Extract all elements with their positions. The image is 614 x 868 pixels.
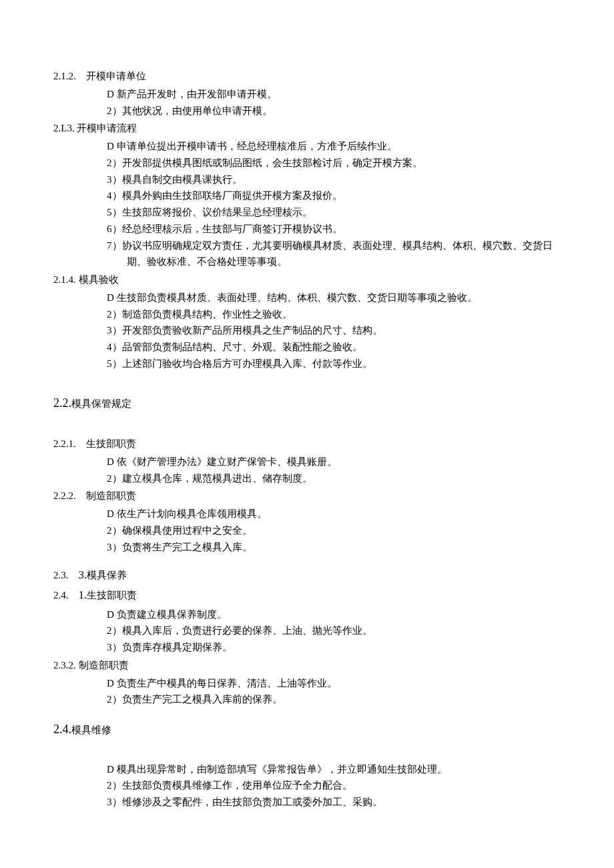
heading-label: 模具保养 xyxy=(87,570,127,580)
heading-number: 3. xyxy=(79,568,87,581)
heading-number: 1. xyxy=(79,588,87,601)
heading-213: 2.L3. 开模申请流程 xyxy=(53,120,561,137)
heading-214: 2.1.4. 模具验收 xyxy=(53,272,561,288)
heading-24: 2.4.模具维修 xyxy=(53,720,561,740)
body-text: D 模具出现异常时，由制造部填写《异常报告单》，并立即通知生技部处理。 xyxy=(53,761,561,778)
body-text: 2）开发部提供模具图纸或制品图纸，会生技部检讨后，确定开模方案。 xyxy=(53,155,561,171)
heading-241: 2.4. 1.生技部职责 xyxy=(53,586,561,604)
heading-label: 生技部职责 xyxy=(87,590,137,600)
heading-232: 2.3.2. 制造部职责 xyxy=(53,657,561,674)
body-text: 4）模具外购由生技部联络厂商提供开模方案及报价。 xyxy=(53,187,561,204)
body-text: 5）上述部门验收均合格后方可办理模具入库、付款等作业。 xyxy=(53,356,561,372)
body-text: 3）维修涉及之零配件，由生技部负责加工或委外加工、采购。 xyxy=(53,794,561,811)
body-text: 3）模具自制交由模具课执行。 xyxy=(53,171,561,188)
body-text: D 负责生产中模具的每日保养、清洁、上油等作业。 xyxy=(53,675,561,692)
body-text: 3）开发部负责验收新产品所用模具之生产制品的尺寸、结构。 xyxy=(53,322,561,339)
heading-222: 2.2.2. 制造部职责 xyxy=(53,488,561,504)
body-text: 2）模具入库后，负责进行必要的保养、上油、抛光等作业。 xyxy=(53,622,561,639)
body-text: 2）建立模具仓库，规范模具进出、储存制度。 xyxy=(53,470,561,487)
heading-221: 2.2.1. 生技部职责 xyxy=(53,436,561,452)
body-text: D 依生产计划向模具仓库领用模具。 xyxy=(53,506,561,522)
heading-number: 2.4. xyxy=(53,723,71,736)
body-text: 7）协议书应明确规定双方责任，尤其要明确模具材质、表面处理、模具结构、体积、模穴… xyxy=(53,238,561,271)
heading-number: 2.2. xyxy=(53,396,71,410)
body-text: D 依《财产管理办法》建立财产保管卡、模具账册。 xyxy=(53,454,561,470)
body-text: D 申请单位提出开模申请书，经总经理核准后，方准予后续作业。 xyxy=(53,138,561,155)
body-text: 6）经总经理核示后，生技部与厂商签订开模协议书。 xyxy=(53,221,561,238)
heading-22: 2.2.模具保管规定 xyxy=(53,394,561,414)
body-text: D 生技部负责模具材质、表面处理、结构、体积、模穴数、交货日期等事项之验收。 xyxy=(53,290,561,306)
body-text: 2）生技部负责模具维修工作，使用单位应予全力配合。 xyxy=(53,777,561,794)
body-text: D 新产品开发时，由开发部申请开模。 xyxy=(53,86,561,103)
body-text: 2）确保模具使用过程中之安全。 xyxy=(53,522,561,539)
heading-212: 2.1.2. 开模申请单位 xyxy=(53,68,561,85)
body-text: 4）品管部负责制品结构、尺寸、外观、装配性能之验收。 xyxy=(53,339,561,356)
body-text: 2）负责生产完工之模具入库前的保养。 xyxy=(53,691,561,708)
heading-prefix: 2.4. xyxy=(53,590,79,600)
body-text: 2）其他状况，由使用单位申请开模。 xyxy=(53,103,561,119)
heading-label: 模具保管规定 xyxy=(71,398,131,409)
body-text: D 负责建立模具保养制度。 xyxy=(53,606,561,623)
body-text: 3）负责将生产完工之模具入库。 xyxy=(53,539,561,556)
heading-23: 2.3. 3.模具保养 xyxy=(53,566,561,584)
body-text: 5）生技部应将报价、议价结果呈总经理核示。 xyxy=(53,204,561,221)
body-text: 2）制造部负责模具结构、作业性之验收。 xyxy=(53,306,561,323)
heading-prefix: 2.3. xyxy=(53,570,79,580)
heading-label: 模具维修 xyxy=(71,725,111,735)
body-text: 3）负责库存模具定期保养。 xyxy=(53,639,561,656)
